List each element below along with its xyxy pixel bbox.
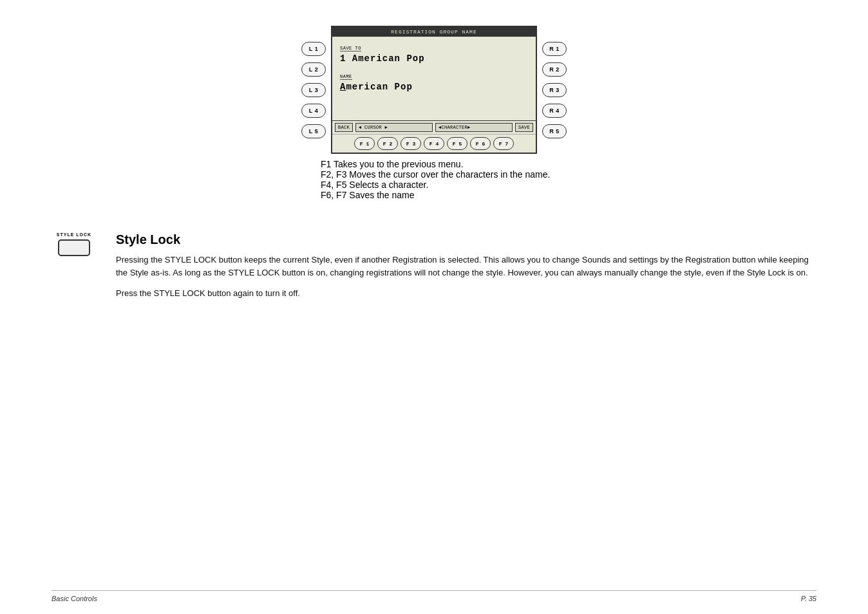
style-lock-paragraph2: Press the STYLE LOCK button again to tur…	[116, 287, 816, 300]
left-button-group: L 1 L 2 L 3 L 4 L 5	[301, 42, 326, 138]
f1-button[interactable]: F 1	[354, 137, 375, 150]
note-line-3: F4, F5 Selects a character.	[321, 180, 550, 190]
footer-right: P. 35	[801, 595, 816, 602]
footer-left: Basic Controls	[52, 595, 97, 602]
right-button-r2[interactable]: R 2	[542, 62, 567, 77]
cursor-char: A	[340, 82, 346, 92]
right-button-r3[interactable]: R 3	[542, 83, 567, 97]
lcd-bottom-bar: BACK ◄ CURSOR ► ◄CHARACTER► SAVE	[332, 120, 536, 134]
style-lock-section: STYLE LOCK Style Lock Pressing the STYLE…	[52, 226, 816, 308]
back-button[interactable]: BACK	[335, 123, 353, 132]
save-to-value: 1 American Pop	[340, 53, 528, 64]
style-lock-button[interactable]	[58, 239, 90, 256]
style-lock-label: STYLE LOCK	[57, 232, 91, 237]
footer: Basic Controls P. 35	[52, 590, 816, 602]
character-button[interactable]: ◄CHARACTER►	[435, 123, 513, 132]
right-button-r5[interactable]: R 5	[542, 124, 567, 138]
lcd-title: REGISTRATION GROUP NAME	[332, 27, 536, 37]
note-line-2: F2, F3 Moves the cursor over the charact…	[321, 169, 550, 180]
f5-button[interactable]: F 5	[447, 137, 467, 150]
right-button-r1[interactable]: R 1	[542, 42, 567, 56]
right-button-r4[interactable]: R 4	[542, 104, 567, 118]
f6-button[interactable]: F 6	[470, 137, 491, 150]
f-buttons-row: F 1 F 2 F 3 F 4 F 5 F 6 F 7	[332, 134, 536, 153]
left-button-l5[interactable]: L 5	[301, 124, 326, 138]
lcd-screen: REGISTRATION GROUP NAME SAVE TO 1 Americ…	[331, 26, 537, 154]
f3-button[interactable]: F 3	[401, 137, 421, 150]
left-button-l1[interactable]: L 1	[301, 42, 326, 56]
notes-section: F1 Takes you to the previous menu. F2, F…	[321, 159, 550, 200]
save-to-label: SAVE TO	[340, 46, 361, 51]
left-button-l3[interactable]: L 3	[301, 83, 326, 97]
left-button-l4[interactable]: L 4	[301, 104, 326, 118]
style-lock-paragraph1: Pressing the STYLE LOCK button keeps the…	[116, 254, 816, 279]
style-lock-content: Style Lock Pressing the STYLE LOCK butto…	[116, 232, 816, 308]
right-button-group: R 1 R 2 R 3 R 4 R 5	[542, 42, 567, 138]
lcd-content: SAVE TO 1 American Pop NAME American Pop	[332, 37, 536, 120]
cursor-button[interactable]: ◄ CURSOR ►	[355, 123, 433, 132]
style-lock-title: Style Lock	[116, 232, 816, 247]
note-line-1: F1 Takes you to the previous menu.	[321, 159, 550, 169]
name-label: NAME	[340, 74, 352, 80]
name-value: American Pop	[340, 82, 528, 92]
style-lock-icon-area: STYLE LOCK	[52, 232, 97, 256]
f2-button[interactable]: F 2	[377, 137, 398, 150]
left-button-l2[interactable]: L 2	[301, 62, 326, 77]
f7-button[interactable]: F 7	[493, 137, 514, 150]
save-button[interactable]: SAVE	[515, 123, 533, 132]
f4-button[interactable]: F 4	[424, 137, 444, 150]
note-line-4: F6, F7 Saves the name	[321, 190, 550, 200]
